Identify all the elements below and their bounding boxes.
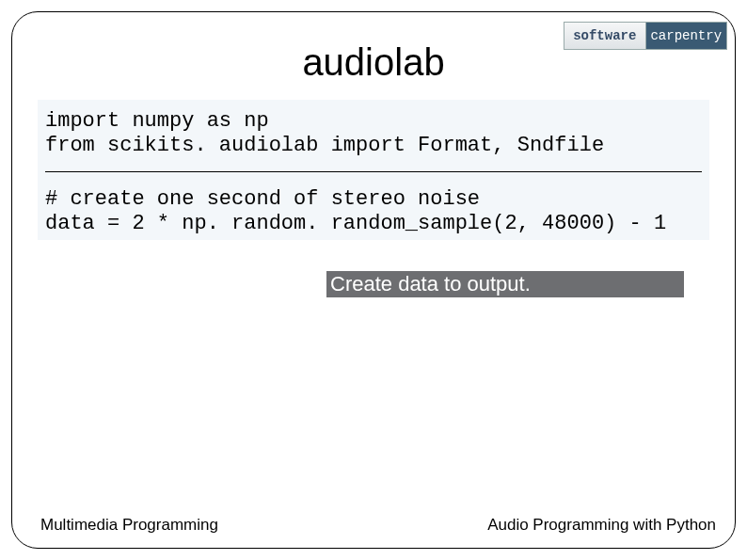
code-line-1: import numpy as np [45, 109, 702, 134]
callout-text: Create data to output. [330, 272, 531, 296]
code-line-4: data = 2 * np. random. random_sample(2, … [45, 212, 702, 236]
callout-box: Create data to output. [326, 271, 684, 297]
slide: software carpentry audiolab import numpy… [0, 0, 747, 560]
code-block: import numpy as np from scikits. audiola… [38, 100, 709, 240]
footer-left: Multimedia Programming [40, 516, 218, 535]
code-divider [45, 171, 702, 172]
footer-right: Audio Programming with Python [487, 516, 716, 535]
code-line-2: from scikits. audiolab import Format, Sn… [45, 134, 702, 158]
slide-title: audiolab [0, 41, 747, 84]
code-line-3: # create one second of stereo noise [45, 187, 702, 212]
